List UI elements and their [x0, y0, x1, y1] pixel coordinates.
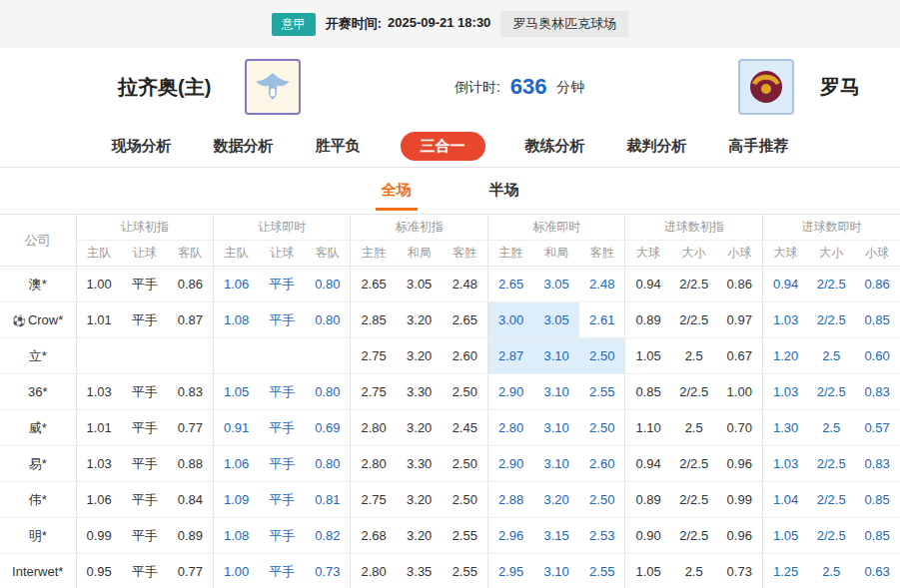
odds-cell: 0.73 — [305, 554, 351, 588]
company-name[interactable]: 易* — [0, 446, 76, 482]
odds-cell — [213, 338, 259, 374]
company-name[interactable]: 明* — [0, 518, 76, 554]
sub-tab-half-match[interactable]: 半场 — [483, 171, 525, 211]
odds-cell: 2.5 — [671, 554, 717, 588]
odds-cell: 平手 — [122, 302, 168, 338]
odds-cell: 2.48 — [579, 267, 625, 302]
nav-tab-data-analysis[interactable]: 数据分析 — [212, 133, 276, 160]
odds-cell: 2.80 — [351, 410, 397, 446]
odds-cell: 2.75 — [351, 482, 397, 518]
odds-cell: 平手 — [122, 554, 168, 588]
odds-cell: 3.10 — [533, 338, 579, 374]
odds-cell — [259, 338, 305, 374]
odds-cell: 3.20 — [533, 482, 579, 518]
odds-cell: 平手 — [259, 410, 305, 446]
odds-table: 公司让球初指让球即时标准初指标准即时进球数初指进球数即时 主队让球客队主队让球客… — [0, 214, 900, 588]
odds-cell: 1.04 — [762, 482, 808, 518]
nav-tab-expert-picks[interactable]: 高手推荐 — [727, 133, 791, 160]
odds-cell: 0.57 — [854, 410, 900, 446]
company-name[interactable]: 立* — [0, 338, 76, 374]
nav-tabs: 现场分析数据分析胜平负三合一教练分析裁判分析高手推荐 — [0, 126, 900, 168]
odds-cell: 2.5 — [808, 554, 854, 588]
kickoff-info: 开赛时间: 2025-09-21 18:30 — [326, 15, 491, 33]
odds-cell: 0.80 — [305, 374, 351, 410]
away-team-name: 罗马 — [820, 74, 860, 101]
odds-cell: 2.61 — [579, 302, 625, 338]
company-name[interactable]: Interwet* — [0, 554, 76, 588]
odds-cell: 2.60 — [443, 338, 488, 374]
odds-cell: 2/2.5 — [808, 302, 854, 338]
company-name[interactable]: ⚽Crow* — [0, 302, 76, 338]
nav-tab-referee-analysis[interactable]: 裁判分析 — [625, 133, 689, 160]
odds-cell: 1.05 — [762, 518, 808, 554]
company-name[interactable]: 威* — [0, 410, 76, 446]
odds-cell: 0.86 — [717, 267, 763, 302]
home-team-logo — [245, 59, 301, 115]
company-name[interactable]: 澳* — [0, 267, 76, 302]
sub-header: 大小 — [671, 241, 717, 267]
sub-header: 客队 — [305, 241, 351, 267]
odds-cell: 1.03 — [762, 374, 808, 410]
sub-header: 主胜 — [487, 241, 533, 267]
odds-row: 威*1.01平手0.770.91平手0.692.803.202.452.803.… — [0, 410, 900, 446]
odds-cell: 3.10 — [533, 374, 579, 410]
sub-header: 大小 — [808, 241, 854, 267]
odds-cell — [305, 338, 351, 374]
company-name[interactable]: 36* — [0, 374, 76, 410]
odds-cell: 平手 — [122, 518, 168, 554]
group-header: 让球即时 — [213, 215, 350, 241]
odds-cell: 0.85 — [854, 302, 900, 338]
odds-row: 伟*1.06平手0.841.09平手0.812.753.202.502.883.… — [0, 482, 900, 518]
odds-cell: 3.30 — [397, 446, 443, 482]
odds-cell: 3.20 — [397, 338, 443, 374]
nav-tab-three-in-one[interactable]: 三合一 — [401, 132, 485, 161]
sub-tab-full-match[interactable]: 全场 — [376, 171, 418, 211]
nav-tab-live-analysis[interactable]: 现场分析 — [110, 133, 174, 160]
odds-cell: 平手 — [122, 482, 168, 518]
odds-cell: 2.95 — [487, 554, 533, 588]
odds-cell: 2.60 — [579, 446, 625, 482]
away-team-logo — [738, 59, 794, 115]
odds-cell: 3.05 — [397, 267, 443, 302]
odds-cell: 2.53 — [579, 518, 625, 554]
odds-cell: 平手 — [122, 267, 168, 302]
lazio-eagle-icon — [253, 67, 293, 107]
odds-cell: 0.89 — [625, 302, 671, 338]
odds-cell: 1.03 — [762, 446, 808, 482]
countdown-value: 636 — [510, 74, 547, 99]
odds-cell: 0.94 — [625, 446, 671, 482]
odds-cell: 2.5 — [671, 338, 717, 374]
odds-cell: 2/2.5 — [808, 267, 854, 302]
venue-label: 罗马奥林匹克球场 — [500, 11, 628, 37]
odds-cell: 2/2.5 — [671, 482, 717, 518]
sub-header-row: 主队让球客队主队让球客队主胜和局客胜主胜和局客胜大球大小小球大球大小小球 — [0, 241, 900, 267]
odds-cell: 3.10 — [533, 410, 579, 446]
company-column-header: 公司 — [0, 215, 76, 267]
odds-cell: 0.85 — [625, 374, 671, 410]
odds-cell: 2.85 — [351, 302, 397, 338]
odds-cell — [122, 338, 168, 374]
odds-cell: 1.06 — [76, 482, 122, 518]
odds-cell: 0.97 — [717, 302, 763, 338]
nav-tab-coach-analysis[interactable]: 教练分析 — [523, 133, 587, 160]
odds-cell: 2.65 — [443, 302, 488, 338]
odds-cell: 0.81 — [305, 482, 351, 518]
odds-cell: 2.55 — [579, 374, 625, 410]
odds-cell: 1.06 — [213, 446, 259, 482]
odds-cell: 2/2.5 — [808, 374, 854, 410]
odds-cell: 0.70 — [717, 410, 763, 446]
company-name[interactable]: 伟* — [0, 482, 76, 518]
odds-cell: 2.5 — [808, 410, 854, 446]
kickoff-label: 开赛时间: — [326, 15, 382, 33]
odds-cell: 0.84 — [168, 482, 214, 518]
odds-cell: 平手 — [259, 554, 305, 588]
odds-cell: 1.08 — [213, 518, 259, 554]
odds-cell: 2.88 — [487, 482, 533, 518]
odds-cell: 1.09 — [213, 482, 259, 518]
odds-cell: 3.20 — [397, 302, 443, 338]
odds-cell: 2.50 — [443, 446, 488, 482]
odds-cell: 2.65 — [487, 267, 533, 302]
odds-cell — [168, 338, 214, 374]
nav-tab-win-draw-loss[interactable]: 胜平负 — [314, 133, 363, 160]
odds-cell: 2.87 — [487, 338, 533, 374]
